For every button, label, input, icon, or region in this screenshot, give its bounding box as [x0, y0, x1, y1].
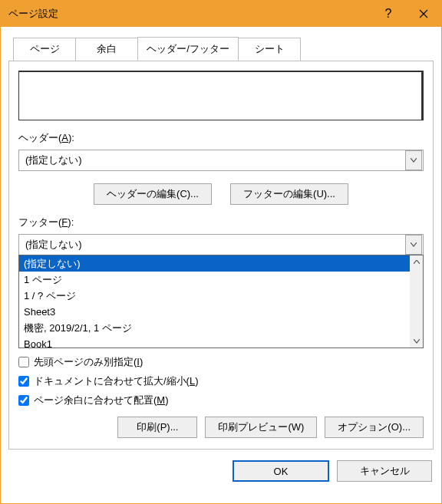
checkbox-group: 先頭ページのみ別指定(I) ドキュメントに合わせて拡大/縮小(L) ページ余白に…: [18, 355, 424, 407]
tab-panel: ヘッダー(A): (指定しない) ヘッダーの編集(C)... フッターの編集(U…: [8, 61, 434, 450]
footer-option[interactable]: 機密, 2019/2/1, 1 ページ: [19, 320, 410, 336]
footer-label: フッター(F):: [18, 216, 424, 229]
tab-sheet[interactable]: シート: [238, 38, 301, 61]
footer-dropdown-list[interactable]: (指定しない)1 ページ1 / ? ページSheet3 機密, 2019/2/1…: [18, 255, 424, 348]
window-title: ページ設定: [8, 7, 371, 21]
header-combo-button[interactable]: [405, 150, 422, 170]
edit-footer-button[interactable]: フッターの編集(U)...: [230, 183, 348, 205]
action-button-row: 印刷(P)... 印刷プレビュー(W) オプション(O)...: [18, 417, 424, 438]
footer-option[interactable]: Book1: [19, 336, 410, 348]
chevron-down-icon: [411, 158, 417, 163]
options-button[interactable]: オプション(O)...: [325, 417, 424, 438]
print-button[interactable]: 印刷(P)...: [117, 417, 197, 438]
footer-option[interactable]: 1 / ? ページ: [19, 288, 410, 304]
check-diff-first[interactable]: 先頭ページのみ別指定(I): [18, 355, 424, 369]
footer-option[interactable]: 1 ページ: [19, 272, 410, 288]
help-button[interactable]: ?: [371, 1, 406, 27]
footer-combo-value: (指定しない): [19, 238, 404, 252]
scroll-up-icon[interactable]: [410, 255, 423, 268]
header-combo-value: (指定しない): [19, 153, 404, 167]
help-icon: ?: [385, 7, 392, 21]
edit-header-button[interactable]: ヘッダーの編集(C)...: [94, 183, 212, 205]
print-preview-button[interactable]: 印刷プレビュー(W): [205, 417, 317, 438]
footer-combo-button[interactable]: [405, 235, 422, 255]
tab-strip: ページ 余白 ヘッダー/フッター シート: [13, 37, 441, 61]
header-combo[interactable]: (指定しない): [18, 150, 424, 171]
titlebar: ページ設定 ?: [1, 1, 441, 27]
page-setup-dialog: ページ設定 ? ページ 余白 ヘッダー/フッター シート ヘッダー(A): (指…: [0, 0, 442, 504]
header-label: ヘッダー(A):: [18, 131, 424, 145]
footer-option[interactable]: Sheet3: [19, 304, 410, 320]
scroll-down-icon[interactable]: [410, 334, 423, 348]
check-align-input[interactable]: [18, 395, 29, 406]
check-scale-input[interactable]: [18, 376, 29, 387]
footer-combo[interactable]: (指定しない): [18, 234, 424, 255]
dropdown-scrollbar[interactable]: [410, 255, 423, 348]
footer-options: (指定しない)1 ページ1 / ? ページSheet3 機密, 2019/2/1…: [19, 255, 410, 348]
check-scale[interactable]: ドキュメントに合わせて拡大/縮小(L): [18, 374, 424, 388]
footer-combo-container: (指定しない) (指定しない)1 ページ1 / ? ページSheet3 機密, …: [18, 234, 424, 255]
dialog-button-bar: OK キャンセル: [1, 450, 441, 492]
header-preview: [18, 71, 424, 120]
edit-button-row: ヘッダーの編集(C)... フッターの編集(U)...: [18, 183, 424, 205]
close-button[interactable]: [406, 1, 441, 27]
close-icon: [419, 9, 428, 18]
client-area: ページ 余白 ヘッダー/フッター シート ヘッダー(A): (指定しない) ヘッ…: [1, 27, 441, 503]
tab-page[interactable]: ページ: [13, 38, 76, 61]
check-diff-first-input[interactable]: [18, 357, 29, 367]
footer-option[interactable]: (指定しない): [19, 255, 410, 272]
tab-header-footer[interactable]: ヘッダー/フッター: [137, 37, 239, 61]
tab-margins[interactable]: 余白: [75, 38, 138, 61]
chevron-down-icon: [411, 242, 417, 247]
ok-button[interactable]: OK: [233, 460, 329, 482]
cancel-button[interactable]: キャンセル: [337, 460, 432, 482]
check-align[interactable]: ページ余白に合わせて配置(M): [18, 394, 424, 407]
